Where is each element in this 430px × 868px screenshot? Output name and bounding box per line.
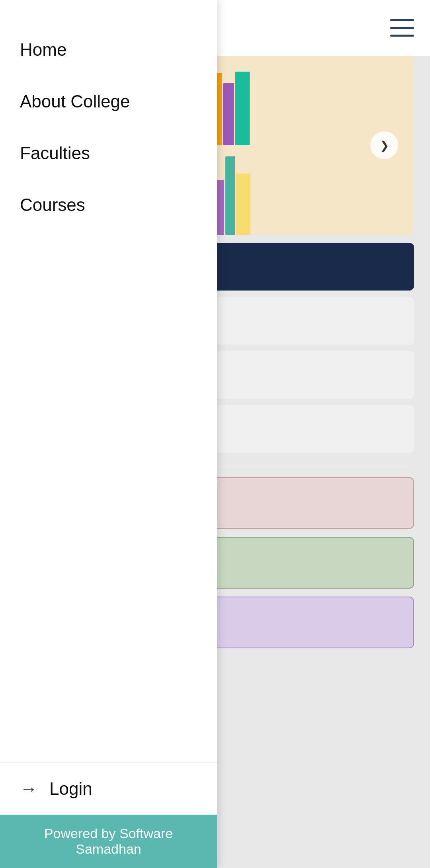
sidebar-item-courses[interactable]: Courses: [20, 179, 197, 231]
login-label: Login: [49, 779, 92, 799]
login-arrow-icon: →: [20, 779, 37, 799]
sidebar-item-about-college[interactable]: About College: [20, 76, 197, 127]
sidebar-home-label: Home: [20, 40, 66, 59]
sidebar-overlay: Home About College Faculties Courses → L…: [0, 0, 217, 868]
sidebar-item-faculties[interactable]: Faculties: [20, 127, 197, 179]
sidebar-footer: Powered by Software Samadhan: [0, 815, 217, 868]
sidebar-about-label: About College: [20, 92, 130, 111]
hamburger-menu-icon[interactable]: [390, 19, 414, 37]
sidebar-item-home[interactable]: Home: [20, 24, 197, 76]
footer-text: Powered by Software Samadhan: [44, 826, 173, 856]
sidebar-faculties-label: Faculties: [20, 143, 90, 163]
sidebar-nav: Home About College Faculties Courses: [0, 0, 217, 763]
login-area[interactable]: → Login: [0, 763, 217, 815]
sidebar-courses-label: Courses: [20, 195, 85, 215]
hero-next-arrow[interactable]: ❯: [370, 131, 398, 159]
